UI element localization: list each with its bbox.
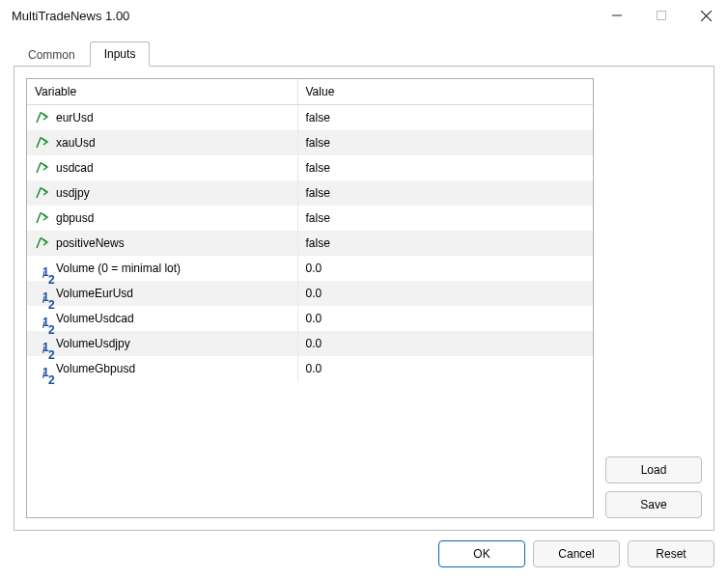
variable-cell[interactable]: usdcad — [27, 155, 297, 180]
number-type-icon: 1/2 — [35, 286, 50, 301]
bool-type-icon — [35, 185, 50, 201]
variable-cell[interactable]: gbpusd — [27, 206, 297, 231]
value-cell[interactable]: false — [297, 130, 593, 155]
value-cell[interactable]: false — [297, 180, 593, 206]
col-header-value[interactable]: Value — [297, 79, 593, 105]
svg-rect-0 — [658, 12, 666, 20]
variable-name: positiveNews — [56, 236, 125, 250]
tab-common[interactable]: Common — [14, 42, 90, 67]
number-type-icon: 1/2 — [35, 336, 50, 351]
col-header-variable[interactable]: Variable — [27, 79, 297, 105]
variable-name: VolumeGbpusd — [56, 362, 135, 375]
load-button[interactable]: Load — [605, 456, 702, 483]
table-row[interactable]: positiveNewsfalse — [27, 231, 593, 256]
number-type-icon: 1/2 — [35, 261, 50, 276]
variable-name: VolumeEurUsd — [56, 287, 133, 300]
number-type-icon: 1/2 — [35, 361, 50, 376]
tabstrip: Common Inputs — [14, 41, 714, 67]
variable-cell[interactable]: 1/2VolumeEurUsd — [27, 281, 297, 306]
tab-panel-inputs: Variable Value eurUsdfalsexauUsdfalseusd… — [14, 66, 714, 531]
footer-buttons: OK Cancel Reset — [14, 531, 714, 567]
grid-empty-area — [27, 381, 593, 518]
table-row[interactable]: xauUsdfalse — [27, 130, 593, 155]
cancel-button[interactable]: Cancel — [533, 540, 620, 567]
variable-cell[interactable]: positiveNews — [27, 231, 297, 256]
window-root: MultiTradeNews 1.00 Common Inputs — [0, 0, 728, 579]
minimize-icon — [612, 11, 622, 20]
variable-name: usdcad — [56, 161, 94, 175]
variable-cell[interactable]: eurUsd — [27, 105, 297, 130]
variable-name: Volume (0 = minimal lot) — [56, 262, 181, 275]
table-row[interactable]: eurUsdfalse — [27, 105, 593, 130]
value-cell[interactable]: false — [297, 231, 593, 256]
table-row[interactable]: 1/2VolumeEurUsd0.0 — [27, 281, 593, 306]
window-title: MultiTradeNews 1.00 — [12, 9, 595, 23]
maximize-icon — [657, 11, 666, 20]
variable-name: eurUsd — [56, 111, 94, 124]
tab-inputs[interactable]: Inputs — [90, 41, 151, 67]
variable-cell[interactable]: 1/2Volume (0 = minimal lot) — [27, 256, 297, 281]
value-cell[interactable]: 0.0 — [297, 256, 593, 281]
bool-type-icon — [35, 160, 50, 176]
close-button[interactable] — [684, 0, 728, 31]
value-cell[interactable]: 0.0 — [297, 306, 593, 331]
value-cell[interactable]: 0.0 — [297, 356, 593, 381]
bool-type-icon — [35, 210, 50, 226]
table-row[interactable]: 1/2Volume (0 = minimal lot)0.0 — [27, 256, 593, 281]
variable-name: VolumeUsdcad — [56, 312, 134, 325]
dialog-body: Common Inputs Variable Value — [0, 31, 728, 579]
variable-name: gbpusd — [56, 211, 94, 225]
table-row[interactable]: 1/2VolumeUsdcad0.0 — [27, 306, 593, 331]
table-row[interactable]: 1/2VolumeGbpusd0.0 — [27, 356, 593, 381]
table-row[interactable]: 1/2VolumeUsdjpy0.0 — [27, 331, 593, 356]
value-cell[interactable]: 0.0 — [297, 331, 593, 356]
reset-button[interactable]: Reset — [628, 540, 714, 567]
table-row[interactable]: usdcadfalse — [27, 155, 593, 180]
bool-type-icon — [35, 235, 50, 251]
titlebar: MultiTradeNews 1.00 — [0, 0, 728, 31]
maximize-button — [639, 0, 684, 31]
variable-cell[interactable]: usdjpy — [27, 180, 297, 206]
value-cell[interactable]: false — [297, 206, 593, 231]
minimize-button[interactable] — [595, 0, 639, 31]
variable-name: xauUsd — [56, 136, 96, 150]
variable-name: usdjpy — [56, 186, 90, 200]
value-cell[interactable]: 0.0 — [297, 281, 593, 306]
variable-name: VolumeUsdjpy — [56, 337, 130, 350]
side-buttons: Load Save — [605, 78, 702, 518]
close-icon — [701, 11, 712, 21]
table-row[interactable]: usdjpyfalse — [27, 180, 593, 206]
grid-wrap: Variable Value eurUsdfalsexauUsdfalseusd… — [26, 78, 594, 518]
variable-cell[interactable]: 1/2VolumeUsdjpy — [27, 331, 297, 356]
save-button[interactable]: Save — [605, 491, 702, 518]
number-type-icon: 1/2 — [35, 311, 50, 326]
table-row[interactable]: gbpusdfalse — [27, 206, 593, 231]
value-cell[interactable]: false — [297, 105, 593, 130]
variable-cell[interactable]: 1/2VolumeGbpusd — [27, 356, 297, 381]
bool-type-icon — [35, 110, 50, 125]
variable-cell[interactable]: xauUsd — [27, 130, 297, 155]
ok-button[interactable]: OK — [438, 540, 525, 567]
variable-cell[interactable]: 1/2VolumeUsdcad — [27, 306, 297, 331]
bool-type-icon — [35, 135, 50, 151]
window-controls — [595, 0, 728, 31]
inputs-grid: Variable Value eurUsdfalsexauUsdfalseusd… — [26, 78, 594, 518]
value-cell[interactable]: false — [297, 155, 593, 180]
